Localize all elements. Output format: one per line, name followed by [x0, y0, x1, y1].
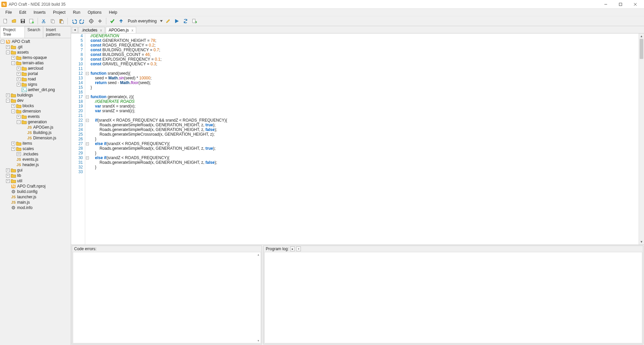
expand-icon[interactable]: +	[6, 93, 10, 97]
tree-item[interactable]: JSmain.js	[0, 200, 71, 205]
menu-file[interactable]: File	[2, 9, 15, 15]
scroll-down-icon[interactable]: ▾	[256, 338, 261, 343]
collapse-icon[interactable]: −	[1, 40, 4, 44]
paste-button[interactable]	[57, 17, 65, 25]
undo-button[interactable]	[70, 17, 78, 25]
add-button[interactable]	[96, 17, 104, 25]
push-dropdown[interactable]	[159, 17, 163, 25]
code-area[interactable]: //GENERATIONconst GENERATION_HEIGHT = 78…	[89, 33, 644, 245]
tree-item[interactable]: +portal	[0, 71, 71, 76]
upload-button[interactable]	[117, 17, 125, 25]
expand-icon[interactable]: +	[17, 72, 20, 76]
redo-button[interactable]	[78, 17, 87, 25]
scroll-down-icon[interactable]: ▼	[639, 239, 644, 245]
expand-icon[interactable]: +	[11, 56, 15, 60]
edit-button[interactable]	[164, 17, 172, 25]
close-button[interactable]	[628, 0, 643, 8]
tab-nav-left[interactable]: ◄	[72, 27, 78, 33]
tree-item[interactable]: .includes	[0, 151, 71, 157]
expand-icon[interactable]: +	[6, 179, 10, 183]
tree-item[interactable]: +road	[0, 76, 71, 82]
tree-item[interactable]: +util	[0, 178, 71, 184]
log-stop-button[interactable]: ▪	[296, 247, 301, 251]
scroll-up-icon[interactable]: ▲	[639, 33, 644, 39]
menu-run[interactable]: Run	[69, 9, 84, 15]
menu-project[interactable]: Project	[50, 9, 69, 15]
copy-button[interactable]	[49, 17, 57, 25]
code-errors-body[interactable]: ▴ ▾	[73, 252, 261, 343]
collapse-icon[interactable]: −	[6, 51, 10, 54]
tree-item[interactable]: JSAPOGen.js	[0, 125, 71, 130]
close-tab-icon[interactable]: x	[100, 28, 102, 32]
program-log-body[interactable]	[264, 252, 642, 343]
tree-item[interactable]: −NAPO Craft	[0, 39, 71, 44]
run-button[interactable]	[173, 17, 181, 25]
editor-tab[interactable]: .includesx	[78, 27, 105, 33]
scrollbar-thumb[interactable]	[640, 39, 643, 59]
editor-tab[interactable]: APOGen.jsx	[106, 27, 137, 33]
tree-item[interactable]: mod.info	[0, 205, 71, 210]
menu-edit[interactable]: Edit	[16, 9, 30, 15]
sidetab-search[interactable]: Search	[24, 26, 43, 38]
refresh-button[interactable]	[181, 17, 190, 25]
tree-item[interactable]: +.git	[0, 44, 71, 50]
tree-item[interactable]: +aercloud	[0, 66, 71, 71]
expand-icon[interactable]: +	[11, 104, 15, 108]
minimize-button[interactable]	[598, 0, 613, 8]
save-as-button[interactable]	[28, 17, 36, 25]
tree-item[interactable]: +events	[0, 114, 71, 119]
tree-item[interactable]: JSBuilding.js	[0, 130, 71, 135]
sidetab-insert-patterns[interactable]: Insert patterns	[43, 26, 71, 38]
tree-item[interactable]: +blocks	[0, 103, 71, 109]
expand-icon[interactable]: +	[17, 67, 20, 70]
menu-help[interactable]: Help	[106, 9, 121, 15]
tree-item[interactable]: JSheader.js	[0, 162, 71, 167]
menu-inserts[interactable]: Inserts	[30, 9, 49, 15]
tree-item[interactable]: +lib	[0, 173, 71, 178]
scroll-up-icon[interactable]: ▴	[256, 252, 261, 257]
expand-icon[interactable]: +	[17, 83, 20, 86]
code-editor[interactable]: 4567891011121314151617181920212223242526…	[71, 33, 644, 245]
tree-item[interactable]: +items-opaque	[0, 55, 71, 60]
expand-icon[interactable]: +	[6, 168, 10, 172]
tree-item[interactable]: −terrain-atlas	[0, 60, 71, 66]
project-tree[interactable]: −NAPO Craft+.git−assets+items-opaque−ter…	[0, 38, 71, 345]
collapse-icon[interactable]: −	[17, 120, 20, 124]
collapse-icon[interactable]: −	[6, 99, 10, 102]
open-button[interactable]	[10, 17, 18, 25]
tree-item[interactable]: +gui	[0, 167, 71, 173]
expand-icon[interactable]: +	[11, 147, 15, 151]
check-button[interactable]	[108, 17, 116, 25]
cut-button[interactable]	[40, 17, 48, 25]
expand-icon[interactable]: +	[17, 115, 20, 119]
log-play-button[interactable]: ▸	[290, 247, 295, 251]
close-tab-icon[interactable]: x	[131, 28, 133, 32]
fold-gutter[interactable]: −−−−−	[85, 33, 89, 245]
tree-item[interactable]: −dimension	[0, 109, 71, 114]
push-label[interactable]: Push everything	[126, 19, 159, 23]
menu-options[interactable]: Options	[84, 9, 105, 15]
tree-item[interactable]: −assets	[0, 50, 71, 55]
tree-item[interactable]: −generation	[0, 119, 71, 125]
editor-scrollbar[interactable]: ▲ ▼	[639, 33, 644, 245]
collapse-icon[interactable]: −	[11, 61, 15, 65]
expand-icon[interactable]: +	[17, 77, 20, 81]
collapse-icon[interactable]: −	[11, 110, 15, 113]
new-file-button[interactable]	[1, 17, 9, 25]
tree-item[interactable]: JSevents.js	[0, 157, 71, 162]
tree-item[interactable]: build.config	[0, 189, 71, 194]
export-button[interactable]	[190, 17, 198, 25]
sidetab-project-tree[interactable]: Project Tree	[0, 26, 25, 38]
expand-icon[interactable]: +	[6, 45, 10, 49]
expand-icon[interactable]: +	[11, 142, 15, 145]
save-button[interactable]	[19, 17, 27, 25]
tree-item[interactable]: −dev	[0, 98, 71, 103]
gear-button[interactable]	[87, 17, 95, 25]
expand-icon[interactable]: +	[6, 174, 10, 178]
maximize-button[interactable]	[613, 0, 628, 8]
tree-item[interactable]: JSlauncher.js	[0, 194, 71, 200]
tree-item[interactable]: +signs	[0, 82, 71, 87]
tree-item[interactable]: +buildings	[0, 92, 71, 98]
tree-item[interactable]: aether_dirt.png	[0, 87, 71, 92]
tree-item[interactable]: NAPO Craft.nproj	[0, 184, 71, 189]
